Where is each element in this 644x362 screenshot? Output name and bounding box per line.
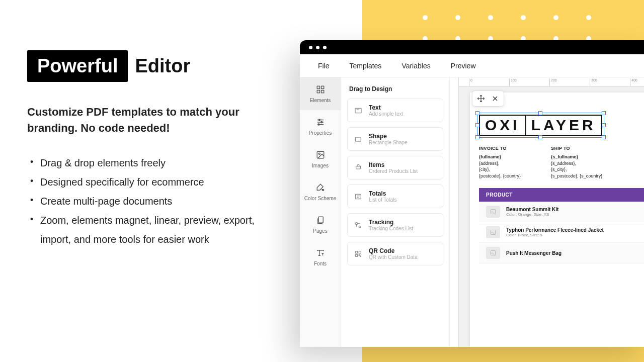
product-thumbnail-icon: [486, 206, 500, 218]
element-name: QR Code: [369, 247, 418, 254]
ship-to-block[interactable]: SHIP TO {s_fullname} {s_address}, {s_cit…: [551, 146, 602, 179]
product-name: Push It Messenger Bag: [506, 250, 561, 256]
addr-line: {fullname}: [479, 154, 521, 160]
invoice-to-block[interactable]: INVOICE TO {fullname} {address}, {city},…: [479, 146, 521, 179]
resize-handle[interactable]: [602, 123, 606, 127]
element-desc: Ordered Products List: [369, 168, 418, 174]
element-desc: QR with Custom Data: [369, 254, 418, 260]
product-table[interactable]: Beaumont Summit KitColor: Orange, Size: …: [479, 202, 644, 263]
svg-rect-24: [359, 254, 360, 255]
product-name: Typhon Performance Fleece-lined Jacket: [506, 227, 604, 233]
window-control-icon[interactable]: [323, 46, 327, 49]
vertical-ruler: [450, 77, 459, 347]
addr-line: {s_fullname}: [551, 154, 602, 160]
resize-handle[interactable]: [602, 111, 606, 115]
window-titlebar: [300, 40, 644, 54]
sidebar-item-fonts[interactable]: Fonts: [300, 241, 341, 274]
svg-rect-15: [356, 137, 361, 141]
sidebar-item-images[interactable]: Images: [300, 143, 341, 175]
sidebar-item-label: Properties: [309, 130, 332, 136]
menu-file[interactable]: File: [318, 62, 330, 70]
close-icon[interactable]: [491, 94, 500, 103]
sidebar-item-label: Color Scheme: [304, 196, 336, 201]
element-desc: Tracking Codes List: [369, 226, 413, 231]
product-meta: Color: Black, Size: s: [506, 233, 604, 237]
menu-templates[interactable]: Templates: [350, 62, 382, 70]
sidebar-item-label: Fonts: [314, 261, 327, 266]
sidebar-item-label: Elements: [310, 98, 331, 103]
selected-element[interactable]: OXILAYER: [479, 115, 602, 136]
table-row[interactable]: Typhon Performance Fleece-lined JacketCo…: [479, 222, 644, 243]
sidebar-item-label: Pages: [313, 228, 327, 234]
design-canvas[interactable]: 0 100 200 300 400 OXI: [450, 77, 644, 347]
element-name: Tracking: [369, 219, 413, 226]
document-page[interactable]: OXILAYER INVOICE TO {fullname} {address}…: [470, 93, 644, 347]
feature-item: Zoom, elements magnet, linear, preview, …: [27, 211, 279, 249]
pages-icon: [315, 215, 326, 225]
horizontal-ruler: 0 100 200 300 400: [459, 77, 644, 86]
resize-handle[interactable]: [475, 135, 479, 139]
image-icon: [315, 150, 326, 160]
move-icon[interactable]: [476, 94, 486, 103]
element-name: Shape: [369, 133, 408, 140]
addr-line: {s_postcode}, {s_country}: [551, 173, 602, 179]
addr-line: {s_city},: [551, 166, 602, 173]
decorative-dots: [423, 15, 591, 20]
element-name: Text: [369, 104, 403, 111]
svg-rect-13: [355, 108, 361, 113]
hero-subtitle: Customize PDF templates to match your br…: [27, 104, 279, 136]
shape-icon: [354, 135, 363, 144]
product-thumbnail-icon: [486, 247, 500, 259]
element-name: Items: [369, 161, 418, 168]
feature-item: Designed specifically for ecommerce: [27, 172, 279, 192]
sidebar-item-properties[interactable]: Properties: [300, 110, 341, 143]
element-name: Totals: [369, 190, 396, 197]
resize-handle[interactable]: [475, 111, 479, 115]
window-control-icon[interactable]: [309, 46, 312, 49]
resize-handle[interactable]: [475, 123, 479, 127]
sidebar-item-pages[interactable]: Pages: [300, 208, 341, 241]
resize-handle[interactable]: [538, 111, 542, 115]
table-row[interactable]: Push It Messenger Bag: [479, 243, 644, 263]
svg-rect-3: [321, 90, 324, 93]
tool-sidebar: Elements Properties Images Color Scheme …: [300, 77, 341, 347]
element-desc: Add simple text: [369, 111, 403, 117]
element-items[interactable]: ItemsOrdered Products List: [347, 156, 443, 179]
product-meta: Color: Orange, Size: XS: [506, 212, 558, 217]
svg-rect-0: [317, 86, 319, 88]
tracking-icon: [354, 221, 363, 230]
hero-title-text: Editor: [135, 55, 190, 77]
sidebar-item-color-scheme[interactable]: Color Scheme: [300, 175, 341, 208]
addr-line: {s_address},: [551, 160, 602, 167]
resize-handle[interactable]: [602, 135, 606, 139]
paint-icon: [315, 183, 326, 193]
sliders-icon: [315, 117, 326, 127]
resize-handle[interactable]: [538, 135, 542, 139]
menubar: File Templates Variables Preview: [300, 54, 644, 77]
table-row[interactable]: Beaumont Summit KitColor: Orange, Size: …: [479, 202, 644, 222]
element-desc: List of Totals: [369, 197, 396, 203]
element-shape[interactable]: ShapeRectangle Shape: [347, 127, 443, 151]
element-text[interactable]: TextAdd simple text: [347, 99, 443, 122]
element-desc: Rectangle Shape: [369, 140, 408, 145]
cart-icon: [354, 163, 363, 172]
qr-icon: [354, 249, 363, 258]
svg-rect-2: [317, 90, 319, 93]
element-totals[interactable]: TotalsList of Totals: [347, 185, 443, 208]
window-control-icon[interactable]: [316, 46, 319, 49]
sidebar-item-elements[interactable]: Elements: [300, 77, 341, 110]
menu-variables[interactable]: Variables: [401, 62, 430, 70]
svg-rect-1: [321, 86, 324, 88]
addr-line: {address},: [479, 160, 521, 167]
feature-list: Drag & drop elements freely Designed spe…: [27, 153, 279, 249]
menu-preview[interactable]: Preview: [451, 62, 476, 70]
element-qr-code[interactable]: QR CodeQR with Custom Data: [347, 242, 443, 265]
hero-title: Powerful Editor: [27, 50, 279, 82]
totals-icon: [354, 192, 363, 201]
element-tracking[interactable]: TrackingTracking Codes List: [347, 213, 443, 237]
svg-rect-12: [318, 217, 323, 223]
hero-badge: Powerful: [27, 50, 128, 82]
text-icon: [354, 106, 363, 115]
address-section: INVOICE TO {fullname} {address}, {city},…: [479, 146, 644, 179]
product-name: Beaumont Summit Kit: [506, 207, 558, 212]
